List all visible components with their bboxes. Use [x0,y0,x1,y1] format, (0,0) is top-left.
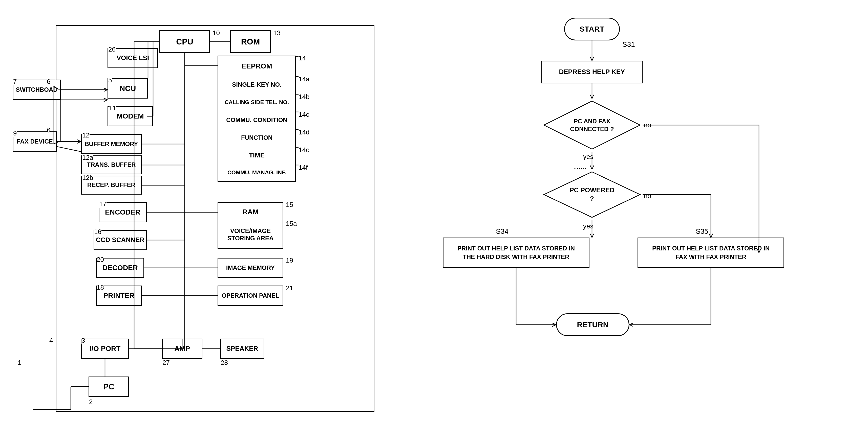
ref-20: 20 [97,256,104,264]
buffer-memory-block: BUFFER MEMORY [81,134,142,154]
ref-12b: 12b [82,174,93,182]
rom-block: ROM [230,30,271,53]
ref-27: 27 [162,359,170,367]
no2-label: no [644,192,651,200]
ref-2: 2 [89,398,93,406]
commu-manag-block: COMMU. MANAG. INF. [218,164,296,182]
ref-16: 16 [94,228,101,236]
image-memory-block: IMAGE MEMORY [218,258,283,278]
commu-condition-block: COMMU. CONDITION [218,111,296,129]
start-node: START [564,18,620,40]
operation-panel-block: OPERATION PANEL [218,285,283,306]
ref-5: 5 [108,76,112,84]
amp-block: AMP [162,339,203,359]
ref-1: 1 [18,359,21,367]
ncu-block: NCU [107,78,148,99]
right-diagram: START S31 DEPRESS HELP KEY S32 PC AND FA… [417,10,858,435]
ref-7: 7 [13,77,17,85]
ref-6b: 6 [47,126,50,134]
no1-label: no [644,121,651,129]
s34-label: S34 [496,228,508,236]
voice-image-block: VOICE/IMAGE STORING AREA [218,221,283,249]
ref-14b: 14b [299,93,309,101]
left-diagram: CPU 10 ROM 13 VOICE LSI 26 NCU 5 MODEM 1… [10,10,402,435]
ref-13: 13 [273,29,281,37]
speaker-block: SPEAKER [220,339,265,359]
fax-device-block: FAX DEVICE [13,131,57,151]
ref-14d: 14d [299,128,309,136]
io-port-block: I/O PORT [81,339,129,359]
ref-6a: 6 [47,78,50,85]
pc-fax-connected-node: PC AND FAX CONNECTED ? [541,99,643,151]
ref-15a: 15a [286,220,297,228]
s35-label: S35 [696,228,708,236]
function-block: FUNCTION [218,129,296,146]
ref-17: 17 [99,200,106,208]
eeprom-block: EEPROM [218,56,296,76]
calling-side-block: CALLING SIDE TEL. NO. [218,94,296,111]
print-fax-node: PRINT OUT HELP LIST DATA STORED IN FAX W… [638,238,784,268]
single-key-block: SINGLE-KEY NO. [218,76,296,94]
ref-26: 26 [108,45,116,53]
ref-10: 10 [213,29,220,37]
return-node: RETURN [556,313,629,336]
ref-12a: 12a [82,153,93,162]
ref-14a: 14a [299,75,309,83]
ref-21: 21 [286,284,293,292]
cpu-block: CPU [159,30,210,53]
yes1-label: yes [583,153,593,161]
pc-block: PC [89,377,129,397]
page: CPU 10 ROM 13 VOICE LSI 26 NCU 5 MODEM 1… [0,0,868,445]
ref-19: 19 [286,256,293,264]
ref-9: 9 [13,129,17,137]
ref-14c: 14c [299,111,309,118]
ref-14e: 14e [299,146,309,154]
depress-help-key-node: DEPRESS HELP KEY [541,61,643,83]
print-hard-disk-node: PRINT OUT HELP LIST DATA STORED IN THE H… [443,238,589,268]
ref-14f: 14f [299,164,308,172]
ref-28: 28 [221,359,228,367]
ref-11: 11 [109,104,116,112]
ref-18: 18 [97,283,104,292]
switchboard-block: SWITCHBOAD [13,79,61,100]
pc-powered-node: PC POWERED ? [541,169,643,220]
ccd-scanner-block: CCD SCANNER [94,230,147,250]
s31-label: S31 [622,40,635,48]
ram-block: RAM [218,202,283,221]
ref-3: 3 [82,337,85,344]
yes2-label: yes [583,222,593,230]
ref-4: 4 [49,337,53,344]
ref-14: 14 [299,54,306,62]
time-block: TIME [218,146,296,164]
ref-12: 12 [82,131,90,139]
ref-15: 15 [286,201,293,209]
